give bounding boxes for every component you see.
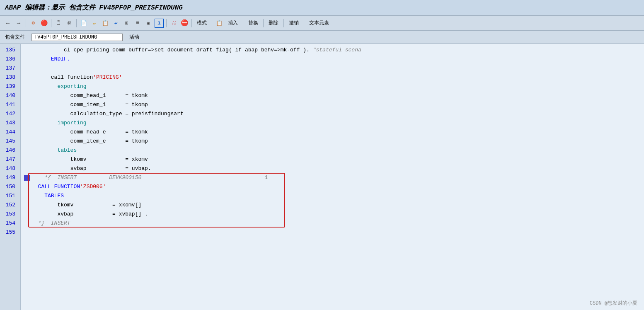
code-line-146: tables	[24, 146, 641, 155]
breakpoint-149	[24, 175, 30, 181]
info-icon[interactable]: i	[155, 19, 164, 28]
insert-label: 插入	[228, 19, 238, 27]
code-line-137	[24, 64, 641, 73]
sep2	[51, 19, 51, 27]
box-icon[interactable]: ▣	[144, 19, 153, 28]
replace-label: 替换	[248, 19, 258, 27]
code-line-135: cl_cpe_pricing_comm_buffer=>set_document…	[24, 46, 641, 55]
code-line-142: calculation_type = preisfindungsart	[24, 109, 641, 119]
code-line-144: comm_head_e = tkomk	[24, 128, 641, 137]
line-148: 148	[3, 164, 17, 173]
code-line-136: ENDIF.	[24, 55, 641, 64]
paste-icon[interactable]: 📋	[215, 19, 224, 28]
code-line-139: exporting	[24, 82, 641, 91]
list-icon[interactable]: ≡	[133, 19, 142, 28]
line-154: 154	[3, 219, 17, 228]
line-142: 142	[3, 109, 17, 119]
line-135: 135	[3, 46, 17, 55]
code-line-155	[24, 228, 641, 237]
code-line-148: svbap = uvbap.	[24, 164, 641, 173]
line-139: 139	[3, 82, 17, 91]
code-area[interactable]: cl_cpe_pricing_comm_buffer=>set_document…	[21, 44, 644, 310]
code-line-143: importing	[24, 119, 641, 128]
format-icon-1[interactable]: 📋	[101, 19, 110, 28]
watermark: CSDN @想发财的小夏	[590, 300, 637, 307]
line-140: 140	[3, 91, 17, 100]
line-141: 141	[3, 100, 17, 109]
line-149: 149	[3, 173, 17, 182]
line-155: 155	[3, 228, 17, 237]
code-line-145: comm_item_e = tkomp	[24, 137, 641, 146]
sep6	[212, 19, 212, 27]
filename-input[interactable]	[31, 34, 123, 41]
line-136: 136	[3, 55, 17, 64]
title-bar: ABAP 编辑器：显示 包含文件 FV45PF0P_PREISFINDUNG	[0, 0, 644, 16]
toolbar: ← → ⚙ 🔴 🗒 @ 📄 ✏ 📋 ↩ ⊞ ≡ ▣ i 🖨 ⛔ 模式 📋 插入 …	[0, 16, 644, 31]
status-label: 活动	[129, 34, 139, 41]
sep3	[76, 19, 77, 27]
line-153: 153	[3, 210, 17, 219]
line-144: 144	[3, 128, 17, 137]
line-146: 146	[3, 146, 17, 155]
forward-icon[interactable]: →	[14, 19, 23, 28]
line-147: 147	[3, 155, 17, 164]
sep7	[243, 19, 243, 27]
code-line-150: CALL FUNCTION 'ZSD006'	[24, 182, 641, 191]
sep8	[263, 19, 264, 27]
pencil-icon[interactable]: ✏	[90, 19, 99, 28]
title-text: ABAP 编辑器：显示 包含文件 FV45PF0P_PREISFINDUNG	[5, 3, 183, 12]
text-elements-button[interactable]: 文本元素	[307, 19, 332, 27]
sep10	[304, 19, 304, 27]
code-line-149: *{ INSERT DEVK900150 1	[24, 173, 641, 182]
info-bar: 包含文件 活动	[0, 31, 644, 44]
line-138: 138	[3, 73, 17, 82]
code-line-154: *} INSERT	[24, 219, 641, 228]
replace-button[interactable]: 替换	[246, 19, 261, 27]
code-line-152: tkomv = xkomv[]	[24, 201, 641, 210]
tool-icon-2[interactable]: 🔴	[39, 19, 48, 28]
delete-button[interactable]: 删除	[266, 19, 281, 27]
text-elements-label: 文本元素	[309, 19, 329, 27]
code-line-147: tkomv = xkomv	[24, 155, 641, 164]
code-line-153: xvbap = xvbap[] .	[24, 210, 641, 219]
line-152: 152	[3, 201, 17, 210]
sep1	[26, 19, 26, 27]
grid-icon[interactable]: ⊞	[122, 19, 131, 28]
sep9	[283, 19, 284, 27]
code-line-140: comm_head_i = tkomk	[24, 91, 641, 100]
line-137: 137	[3, 64, 17, 73]
sep5	[191, 19, 192, 27]
doc-icon[interactable]: 📄	[79, 19, 88, 28]
mode-button[interactable]: 模式	[194, 19, 209, 27]
insert-button[interactable]: 插入	[225, 19, 240, 27]
format-icon-2[interactable]: ↩	[111, 19, 121, 28]
mode-label: 模式	[197, 19, 207, 27]
line-numbers: 135 136 137 138 139 140 141 142 143 144 …	[0, 44, 21, 310]
line-143: 143	[3, 119, 17, 128]
line-145: 145	[3, 137, 17, 146]
stop-icon[interactable]: ⛔	[180, 19, 189, 28]
undo-label: 撤销	[289, 19, 299, 27]
editor: 135 136 137 138 139 140 141 142 143 144 …	[0, 44, 644, 310]
tool-icon-1[interactable]: ⚙	[29, 19, 38, 28]
code-line-138: call function 'PRICING'	[24, 73, 641, 82]
back-icon[interactable]: ←	[3, 19, 12, 28]
code-line-141: comm_item_i = tkomp	[24, 100, 641, 109]
line-150: 150	[3, 182, 17, 191]
sep4	[166, 19, 167, 27]
delete-label: 删除	[269, 19, 278, 27]
code-line-151: TABLES	[24, 191, 641, 201]
undo-button[interactable]: 撤销	[286, 19, 301, 27]
line-151: 151	[3, 191, 17, 201]
at-icon[interactable]: @	[65, 19, 74, 28]
print-icon[interactable]: 🖨	[169, 19, 178, 28]
save-icon[interactable]: 🗒	[54, 19, 63, 28]
package-label: 包含文件	[5, 34, 25, 41]
